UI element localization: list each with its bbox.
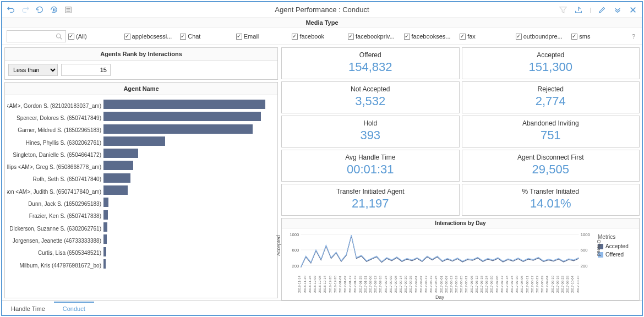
redo-icon[interactable] [21,6,30,14]
rank-operator-select[interactable]: Less than [8,64,58,76]
svg-text:2017-09-22: 2017-09-22 [561,275,564,293]
svg-text:2016-12-20: 2016-12-20 [329,275,332,293]
svg-text:2017-08-11: 2017-08-11 [526,275,529,293]
media-checkbox-3[interactable]: Email [236,33,292,40]
kpi-card-2: Not Accepted3,532 [281,81,460,113]
media-checkbox-1[interactable]: applebcsessi... [124,33,181,40]
svg-text:2017-09-16: 2017-09-16 [556,275,559,293]
svg-text:2017-03-20: 2017-03-20 [404,275,407,293]
tab-conduct[interactable]: Conduct [54,302,94,315]
svg-text:2017-03-26: 2017-03-26 [410,275,413,293]
media-checkbox-9[interactable]: sms [571,33,627,40]
search-icon [56,33,62,40]
svg-text:2016-12-08: 2016-12-08 [318,275,321,293]
pause-refresh-icon[interactable] [50,6,58,14]
svg-text:2016-11-14: 2016-11-14 [298,275,302,293]
kpi-card-3: Rejected2,774 [462,81,640,113]
svg-text:2017-05-25: 2017-05-25 [460,275,463,293]
svg-text:2017-02-06: 2017-02-06 [369,275,372,293]
svg-text:600: 600 [581,248,588,253]
agent-bar[interactable] [103,124,253,134]
edit-icon[interactable] [598,6,607,14]
svg-line-9 [60,37,62,39]
page-title: Agent Performance : Conduct [275,6,369,14]
svg-text:2017-07-18: 2017-07-18 [505,275,509,293]
svg-rect-0 [53,8,54,11]
svg-text:2017-03-14: 2017-03-14 [399,275,402,293]
kpi-card-6: Avg Handle Time00:01:31 [281,150,460,182]
kpi-card-8: Transfer Initiated Agent21,197 [281,184,460,216]
agent-bar[interactable] [103,136,165,146]
agent-bar[interactable] [103,222,107,232]
agent-label: Milburn, Kris (447976981672_bo) [7,259,103,271]
svg-text:2017-07-30: 2017-07-30 [515,275,519,293]
help-icon[interactable]: ? [630,33,637,40]
svg-text:2017-06-12: 2017-06-12 [475,275,478,293]
media-checkbox-8[interactable]: outboundpre... [516,33,572,40]
rank-panel: Agents Rank by Interactions Less than [4,47,278,80]
svg-text:2017-01-31: 2017-01-31 [364,275,367,293]
agent-label: Frazier, Ken S. (6507417838) [7,210,103,222]
agent-bar[interactable] [103,198,108,207]
agent-bar[interactable] [103,210,108,220]
filter-icon[interactable] [559,6,567,14]
media-checkbox-4[interactable]: facebook [292,33,348,40]
notes-icon[interactable] [64,6,73,14]
legend-item-accepted[interactable]: Accepted [598,243,635,249]
svg-text:2017-04-19: 2017-04-19 [429,275,433,293]
svg-text:200: 200 [581,264,588,269]
media-checkbox-2[interactable]: Chat [180,33,236,40]
svg-text:2016-12-26: 2016-12-26 [334,275,337,293]
legend-item-offered[interactable]: Offered [598,252,635,258]
agent-bar[interactable] [103,100,265,109]
svg-point-8 [57,34,61,39]
svg-text:2017-02-18: 2017-02-18 [379,275,382,293]
rank-value-input[interactable] [61,64,111,76]
svg-text:2017-09-04: 2017-09-04 [545,275,549,293]
svg-text:2017-05-07: 2017-05-07 [445,275,448,293]
undo-icon[interactable] [7,6,15,14]
agent-label: Roth, Seth S. (6507417840) [7,173,103,185]
media-checkbox-7[interactable]: fax [460,33,516,40]
agent-bar[interactable] [103,247,106,256]
agent-bar[interactable] [103,161,133,170]
svg-text:2017-10-10: 2017-10-10 [576,275,580,293]
svg-text:2017-01-25: 2017-01-25 [359,275,362,293]
tab-handle-time[interactable]: Handle Time [2,302,54,315]
media-checkbox-6[interactable]: facebookses... [404,33,460,40]
agent-label: Singleton, Danielle S. (6504664172) [7,149,103,161]
svg-text:2016-12-02: 2016-12-02 [313,275,316,293]
svg-text:2017-01-07: 2017-01-07 [343,275,347,293]
refresh-icon[interactable] [35,6,44,14]
svg-text:2017-04-25: 2017-04-25 [434,275,438,293]
agent-label: Peterson <AM>, Judith S. (6507417840_am) [7,185,103,198]
line-yright-label: Offered [596,239,602,256]
svg-text:200: 200 [292,264,299,269]
close-icon[interactable] [629,6,637,14]
media-checkbox-5[interactable]: facebookpriv... [348,33,404,40]
svg-text:2017-04-13: 2017-04-13 [424,275,428,293]
agent-label: Dunn, Jack S. (16502965183) [7,198,103,210]
agent-bar[interactable] [103,112,261,121]
media-search-input[interactable] [7,30,66,42]
collapse-icon[interactable] [613,6,622,14]
svg-text:2017-05-13: 2017-05-13 [450,275,453,293]
line-yleft-label: Accepted [276,235,281,256]
agent-bar[interactable] [103,185,128,195]
agent-label: Hines, Phyllis S. (6302062761) [7,136,103,149]
svg-text:2017-10-04: 2017-10-04 [571,275,574,293]
agent-label: Phillips <AM>, Greg S. (6508668778_am) [7,161,103,173]
agent-bar[interactable] [103,234,107,244]
export-icon[interactable] [574,6,583,14]
media-checkbox-0[interactable]: (All) [68,33,124,40]
svg-text:2017-04-07: 2017-04-07 [419,275,423,293]
svg-text:2017-07-24: 2017-07-24 [510,275,514,293]
agent-bar[interactable] [103,149,138,158]
svg-text:2017-05-19: 2017-05-19 [455,275,458,293]
agent-bar[interactable] [103,259,106,269]
svg-text:2016-11-26: 2016-11-26 [308,275,312,293]
svg-text:2017-06-18: 2017-06-18 [480,275,483,293]
svg-text:2017-03-08: 2017-03-08 [394,275,397,293]
agent-bar[interactable] [103,173,130,183]
agent-label: Garner, Mildred S. (16502965183) [7,124,103,136]
